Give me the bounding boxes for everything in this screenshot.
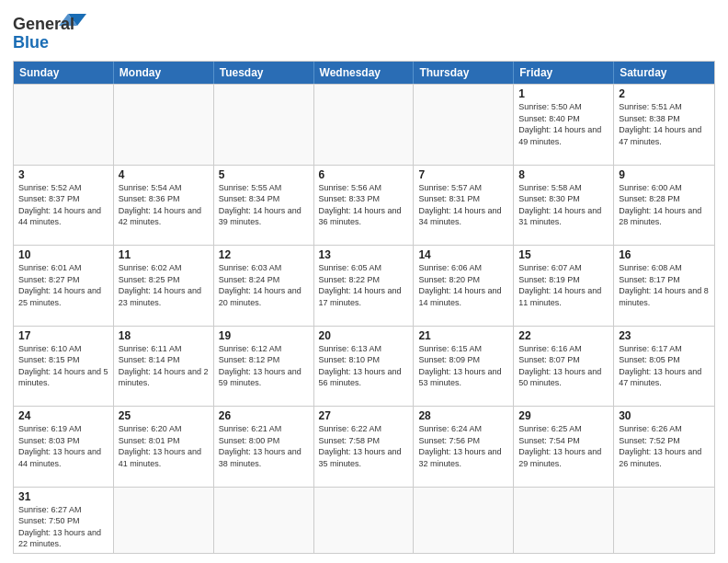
svg-text:Blue: Blue [13,33,49,52]
day-number: 23 [619,329,710,342]
day-number: 28 [418,409,508,422]
calendar-cell-w1-d7: 2Sunrise: 5:51 AMSunset: 8:38 PMDaylight… [614,85,714,165]
weekday-header-sunday: Sunday [14,62,114,84]
day-info: Sunrise: 5:55 AMSunset: 8:34 PMDaylight:… [219,182,309,228]
day-number: 13 [319,248,409,261]
day-info: Sunrise: 6:10 AMSunset: 8:15 PMDaylight:… [18,343,108,389]
calendar-cell-w5-d2: 25Sunrise: 6:20 AMSunset: 8:01 PMDayligh… [114,407,214,487]
day-info: Sunrise: 6:22 AMSunset: 7:58 PMDaylight:… [319,423,409,469]
calendar-week-6: 31Sunrise: 6:27 AMSunset: 7:50 PMDayligh… [14,487,714,553]
day-number: 4 [119,168,209,181]
calendar-cell-w5-d3: 26Sunrise: 6:21 AMSunset: 8:00 PMDayligh… [214,407,314,487]
day-info: Sunrise: 6:06 AMSunset: 8:20 PMDaylight:… [418,262,508,308]
day-number: 16 [619,248,710,261]
calendar-header-row: SundayMondayTuesdayWednesdayThursdayFrid… [14,62,714,84]
day-info: Sunrise: 6:11 AMSunset: 8:14 PMDaylight:… [119,343,209,389]
calendar-cell-w4-d3: 19Sunrise: 6:12 AMSunset: 8:12 PMDayligh… [214,327,314,407]
day-number: 21 [418,329,508,342]
calendar: SundayMondayTuesdayWednesdayThursdayFrid… [13,61,715,554]
weekday-header-tuesday: Tuesday [214,62,314,84]
day-info: Sunrise: 6:17 AMSunset: 8:05 PMDaylight:… [619,343,710,389]
day-number: 2 [619,87,710,100]
day-info: Sunrise: 6:01 AMSunset: 8:27 PMDaylight:… [18,262,108,308]
calendar-cell-w1-d5 [414,85,514,165]
calendar-cell-w4-d2: 18Sunrise: 6:11 AMSunset: 8:14 PMDayligh… [114,327,214,407]
calendar-cell-w2-d5: 7Sunrise: 5:57 AMSunset: 8:31 PMDaylight… [414,166,514,246]
day-info: Sunrise: 6:12 AMSunset: 8:12 PMDaylight:… [219,343,309,389]
calendar-cell-w6-d6 [514,488,614,553]
day-info: Sunrise: 5:56 AMSunset: 8:33 PMDaylight:… [319,182,409,228]
page: GeneralBlue SundayMondayTuesdayWednesday… [0,0,728,563]
calendar-body: 1Sunrise: 5:50 AMSunset: 8:40 PMDaylight… [14,84,714,553]
calendar-cell-w5-d5: 28Sunrise: 6:24 AMSunset: 7:56 PMDayligh… [414,407,514,487]
day-info: Sunrise: 6:16 AMSunset: 8:07 PMDaylight:… [518,343,609,389]
day-number: 17 [18,329,108,342]
day-info: Sunrise: 5:57 AMSunset: 8:31 PMDaylight:… [418,182,508,228]
day-number: 7 [418,168,508,181]
day-info: Sunrise: 6:03 AMSunset: 8:24 PMDaylight:… [219,262,309,308]
calendar-cell-w1-d4 [314,85,415,165]
day-number: 26 [219,409,309,422]
day-number: 14 [418,248,508,261]
day-number: 12 [219,248,309,261]
day-info: Sunrise: 6:20 AMSunset: 8:01 PMDaylight:… [119,423,209,469]
calendar-cell-w6-d7 [614,488,714,553]
day-info: Sunrise: 6:02 AMSunset: 8:25 PMDaylight:… [119,262,209,308]
calendar-cell-w4-d5: 21Sunrise: 6:15 AMSunset: 8:09 PMDayligh… [414,327,514,407]
day-number: 6 [319,168,409,181]
day-info: Sunrise: 6:13 AMSunset: 8:10 PMDaylight:… [319,343,409,389]
calendar-cell-w4-d7: 23Sunrise: 6:17 AMSunset: 8:05 PMDayligh… [614,327,714,407]
calendar-cell-w3-d1: 10Sunrise: 6:01 AMSunset: 8:27 PMDayligh… [14,246,114,326]
calendar-cell-w6-d2 [114,488,214,553]
calendar-cell-w2-d4: 6Sunrise: 5:56 AMSunset: 8:33 PMDaylight… [314,166,415,246]
calendar-cell-w2-d7: 9Sunrise: 6:00 AMSunset: 8:28 PMDaylight… [614,166,714,246]
calendar-cell-w6-d4 [314,488,415,553]
calendar-cell-w1-d3 [214,85,314,165]
weekday-header-thursday: Thursday [414,62,514,84]
day-number: 3 [18,168,108,181]
calendar-cell-w3-d3: 12Sunrise: 6:03 AMSunset: 8:24 PMDayligh… [214,246,314,326]
day-info: Sunrise: 6:08 AMSunset: 8:17 PMDaylight:… [619,262,710,308]
day-info: Sunrise: 5:54 AMSunset: 8:36 PMDaylight:… [119,182,209,228]
calendar-cell-w1-d1 [14,85,114,165]
weekday-header-saturday: Saturday [614,62,714,84]
weekday-header-friday: Friday [514,62,614,84]
calendar-cell-w6-d5 [414,488,514,553]
calendar-cell-w3-d2: 11Sunrise: 6:02 AMSunset: 8:25 PMDayligh… [114,246,214,326]
calendar-week-5: 24Sunrise: 6:19 AMSunset: 8:03 PMDayligh… [14,406,714,487]
day-number: 19 [219,329,309,342]
calendar-cell-w3-d4: 13Sunrise: 6:05 AMSunset: 8:22 PMDayligh… [314,246,415,326]
calendar-cell-w6-d1: 31Sunrise: 6:27 AMSunset: 7:50 PMDayligh… [14,488,114,553]
calendar-cell-w5-d7: 30Sunrise: 6:26 AMSunset: 7:52 PMDayligh… [614,407,714,487]
calendar-week-1: 1Sunrise: 5:50 AMSunset: 8:40 PMDaylight… [14,84,714,165]
calendar-week-3: 10Sunrise: 6:01 AMSunset: 8:27 PMDayligh… [14,245,714,326]
calendar-cell-w5-d6: 29Sunrise: 6:25 AMSunset: 7:54 PMDayligh… [514,407,614,487]
day-number: 24 [18,409,108,422]
day-number: 27 [319,409,409,422]
calendar-cell-w1-d2 [114,85,214,165]
day-number: 11 [119,248,209,261]
day-info: Sunrise: 6:27 AMSunset: 7:50 PMDaylight:… [18,504,108,550]
calendar-week-4: 17Sunrise: 6:10 AMSunset: 8:15 PMDayligh… [14,326,714,407]
calendar-cell-w2-d6: 8Sunrise: 5:58 AMSunset: 8:30 PMDaylight… [514,166,614,246]
calendar-cell-w2-d3: 5Sunrise: 5:55 AMSunset: 8:34 PMDaylight… [214,166,314,246]
day-number: 25 [119,409,209,422]
calendar-cell-w4-d1: 17Sunrise: 6:10 AMSunset: 8:15 PMDayligh… [14,327,114,407]
calendar-cell-w5-d1: 24Sunrise: 6:19 AMSunset: 8:03 PMDayligh… [14,407,114,487]
day-number: 10 [18,248,108,261]
day-number: 31 [18,490,108,503]
calendar-cell-w6-d3 [214,488,314,553]
svg-text:General: General [13,15,74,33]
calendar-cell-w3-d5: 14Sunrise: 6:06 AMSunset: 8:20 PMDayligh… [414,246,514,326]
day-number: 15 [518,248,609,261]
day-info: Sunrise: 6:15 AMSunset: 8:09 PMDaylight:… [418,343,508,389]
weekday-header-monday: Monday [114,62,214,84]
day-number: 5 [219,168,309,181]
day-number: 8 [518,168,609,181]
day-info: Sunrise: 6:24 AMSunset: 7:56 PMDaylight:… [418,423,508,469]
calendar-week-2: 3Sunrise: 5:52 AMSunset: 8:37 PMDaylight… [14,165,714,246]
day-info: Sunrise: 5:58 AMSunset: 8:30 PMDaylight:… [518,182,609,228]
day-number: 22 [518,329,609,342]
header: GeneralBlue [13,9,715,55]
logo: GeneralBlue [13,9,105,55]
